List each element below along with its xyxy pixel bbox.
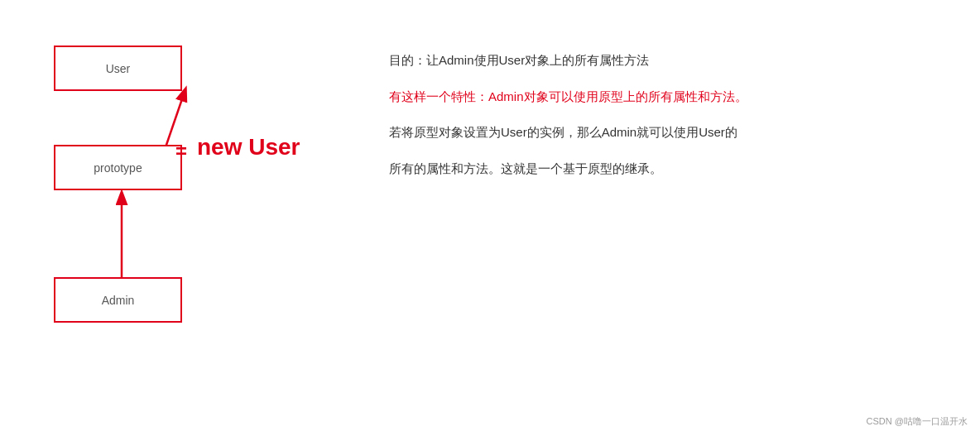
user-box: User bbox=[54, 46, 182, 91]
diagram-area: User prototype Admin = new User bbox=[0, 0, 348, 436]
text-line-4: 所有的属性和方法。这就是一个基于原型的继承。 bbox=[389, 158, 955, 180]
main-container: User prototype Admin = new User 目的：让Admi… bbox=[0, 0, 980, 436]
new-user-label: new User bbox=[197, 134, 300, 161]
equals-sign: = bbox=[175, 140, 187, 163]
admin-box-label: Admin bbox=[102, 294, 135, 307]
text-area: 目的：让Admin使用User对象上的所有属性方法 有这样一个特性：Admin对… bbox=[348, 0, 980, 436]
text-line-2: 有这样一个特性：Admin对象可以使用原型上的所有属性和方法。 bbox=[389, 86, 955, 108]
admin-box: Admin bbox=[54, 277, 182, 323]
user-box-label: User bbox=[106, 62, 131, 75]
prototype-box-label: prototype bbox=[94, 161, 142, 175]
watermark: CSDN @咕噜一口温开水 bbox=[867, 415, 968, 428]
text-line-1: 目的：让Admin使用User对象上的所有属性方法 bbox=[389, 50, 955, 71]
prototype-box: prototype bbox=[54, 145, 182, 190]
svg-line-0 bbox=[166, 89, 185, 147]
text-line-3: 若将原型对象设置为User的实例，那么Admin就可以使用User的 bbox=[389, 122, 955, 143]
